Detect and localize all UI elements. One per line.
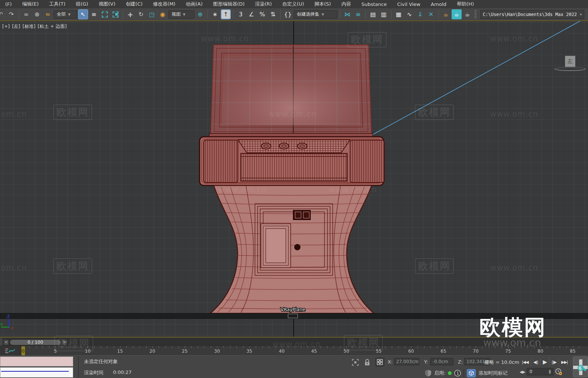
- tv-object[interactable]: [211, 45, 371, 135]
- current-frame-field[interactable]: 0 ▲▼: [527, 368, 553, 375]
- menu-item-2[interactable]: 工具(T): [44, 0, 71, 8]
- cube-icon: [469, 371, 474, 376]
- time-slider-next-button[interactable]: >: [62, 339, 67, 345]
- time-slider-prev-button[interactable]: <: [3, 339, 9, 345]
- divider: [78, 356, 79, 378]
- pedestal-object[interactable]: [210, 185, 374, 313]
- viewport-menu-shading[interactable]: [粘土 + 边面]: [38, 23, 67, 30]
- mirror-icon[interactable]: ⋈: [342, 9, 352, 19]
- add-time-tag-button[interactable]: [467, 369, 476, 377]
- playback-row2: ◀▶ 0 ▲▼: [520, 368, 562, 375]
- select-and-link-icon[interactable]: ∞: [21, 9, 31, 19]
- edit-named-selection-sets-icon[interactable]: {}: [283, 9, 293, 19]
- rendered-frame-window-icon[interactable]: ☕: [452, 9, 462, 19]
- redo-icon[interactable]: ↷: [6, 9, 16, 19]
- named-selection-sets-dropdown[interactable]: 创建选择集▼: [294, 10, 337, 19]
- playback-controls: |◀◀◀||▶||▶▶▶|: [520, 357, 571, 367]
- menu-item-5[interactable]: 创建(C): [120, 0, 148, 8]
- menu-item-7[interactable]: 动画(A): [181, 0, 208, 8]
- enable-label: 启用:: [434, 370, 445, 377]
- menu-item-11[interactable]: 脚本(S): [309, 0, 336, 8]
- viewcube-face-left[interactable]: 左: [565, 56, 575, 67]
- previous-frame-button[interactable]: ◀||: [531, 358, 541, 366]
- x-coord-field[interactable]: 27.003cm: [394, 358, 419, 365]
- selection-filter-dropdown[interactable]: 全部▼: [54, 10, 77, 19]
- undo-icon[interactable]: ↶: [0, 9, 6, 19]
- toggle-scene-explorer-icon[interactable]: ▤: [368, 9, 378, 19]
- ruler-frame-label: 20: [146, 349, 159, 354]
- project-folder-path[interactable]: C:\Users\Han\Documents\3ds Max 2022▼: [480, 10, 584, 19]
- viewport-left-orthographic[interactable]: VRayPlane Z y x [+] [左] [标准] [粘土 + 边面] 左: [0, 21, 588, 337]
- maxscript-mini-listener[interactable]: [0, 367, 73, 378]
- material-editor-icon[interactable]: ✕: [426, 9, 436, 19]
- align-icon[interactable]: ≡: [353, 9, 363, 19]
- select-object-icon[interactable]: ↖: [78, 9, 88, 19]
- keyboard-shortcut-override-icon[interactable]: ↑: [221, 9, 231, 19]
- spinner-snap-icon[interactable]: ⇅: [268, 9, 278, 19]
- rectangular-selection-region-icon[interactable]: [100, 9, 110, 19]
- time-tag-row: 启用: 1 添加时间标记: [425, 369, 507, 377]
- toggle-layer-explorer-icon[interactable]: ▥: [379, 9, 389, 19]
- maxscript-mini-listener-macro[interactable]: [0, 356, 73, 366]
- select-and-scale-icon[interactable]: ◳: [147, 9, 157, 19]
- viewcube-ring[interactable]: [555, 67, 586, 71]
- bind-to-space-warp-icon[interactable]: ≈: [43, 9, 53, 19]
- light-target-line[interactable]: [369, 21, 588, 137]
- schematic-view-icon[interactable]: ⇓: [415, 9, 425, 19]
- ruler-frame-label: 45: [308, 349, 320, 354]
- menu-item-9[interactable]: 渲染(R): [250, 0, 277, 8]
- selection-lock-toggle[interactable]: [363, 358, 372, 367]
- viewport-menu-per-view[interactable]: [标准]: [23, 23, 36, 30]
- menu-item-16[interactable]: 帮助(H): [452, 0, 479, 8]
- time-slider-handle[interactable]: 0 / 100: [10, 339, 61, 345]
- menu-item-14[interactable]: Civil View: [392, 1, 426, 8]
- select-and-place-icon[interactable]: ◉: [158, 9, 168, 19]
- angle-snap-icon[interactable]: ∠: [246, 9, 256, 19]
- use-pivot-point-center-icon[interactable]: ⊕: [195, 9, 205, 19]
- menu-item-8[interactable]: 图形编辑器(D): [208, 0, 250, 8]
- add-key-button[interactable]: [573, 356, 588, 377]
- select-and-move-icon[interactable]: +: [125, 9, 135, 19]
- frame-spinner[interactable]: ▲▼: [549, 369, 551, 374]
- select-and-manipulate-icon[interactable]: ∗: [210, 9, 220, 19]
- tv-cabinet-object[interactable]: [200, 133, 384, 185]
- absolute-mode-transform-toggle[interactable]: [375, 358, 384, 366]
- curve-editor-icon[interactable]: ∿: [404, 9, 414, 19]
- viewport-menu-general[interactable]: [+]: [2, 23, 10, 30]
- menu-item-4[interactable]: 视图(V): [93, 0, 120, 8]
- scene-canvas[interactable]: VRayPlane Z y x: [0, 21, 588, 337]
- next-frame-button[interactable]: ||▶: [549, 358, 559, 366]
- viewport-menu-pov[interactable]: [左]: [12, 23, 20, 30]
- toggle-ribbon-icon[interactable]: ▦: [394, 9, 404, 19]
- select-and-rotate-icon[interactable]: ↻: [136, 9, 146, 19]
- menu-item-3[interactable]: 组(G): [71, 0, 93, 8]
- menu-item-6[interactable]: 修改器(M): [148, 0, 181, 8]
- add-time-tag-label[interactable]: 添加时间标记: [478, 370, 507, 377]
- go-to-end-button[interactable]: ▶▶|: [559, 358, 571, 366]
- menu-item-10[interactable]: 自定义(U): [277, 0, 309, 8]
- key-mode-toggle[interactable]: ◀▶: [520, 370, 525, 374]
- menu-item-1[interactable]: 编辑(E): [17, 0, 44, 8]
- snaps-toggle-3d-icon[interactable]: 3: [236, 9, 246, 19]
- status-bar: 未选定任何对象 渲染时间 0:00:27 X: 27.003cm Y: -0.0…: [0, 355, 588, 378]
- reference-coordinate-system-dropdown[interactable]: 视图▼: [168, 10, 194, 19]
- unlink-selection-icon[interactable]: ⊗: [32, 9, 42, 19]
- menu-item-13[interactable]: Substance: [356, 1, 392, 8]
- render-production-icon[interactable]: ☕: [462, 9, 472, 19]
- isolate-selection-toggle[interactable]: [351, 358, 360, 367]
- render-setup-icon[interactable]: ☕: [441, 9, 451, 19]
- viewcube[interactable]: 左: [565, 56, 575, 67]
- window-crossing-icon[interactable]: [110, 9, 120, 19]
- time-slider-grip[interactable]: [0, 339, 3, 346]
- one-badge-icon[interactable]: 1: [454, 370, 461, 377]
- time-configuration-button[interactable]: [555, 368, 562, 375]
- go-to-start-button[interactable]: |◀◀: [520, 358, 531, 366]
- percent-snap-icon[interactable]: %: [257, 9, 267, 19]
- shield-icon[interactable]: [425, 369, 432, 377]
- select-by-name-icon[interactable]: ≡: [89, 9, 99, 19]
- menu-item-15[interactable]: Arnold: [426, 1, 452, 8]
- menu-item-0[interactable]: (F): [0, 1, 17, 8]
- menu-item-12[interactable]: 内容: [336, 0, 356, 8]
- y-coord-field[interactable]: -0.0cm: [430, 358, 453, 365]
- play-button[interactable]: ▶: [541, 357, 550, 367]
